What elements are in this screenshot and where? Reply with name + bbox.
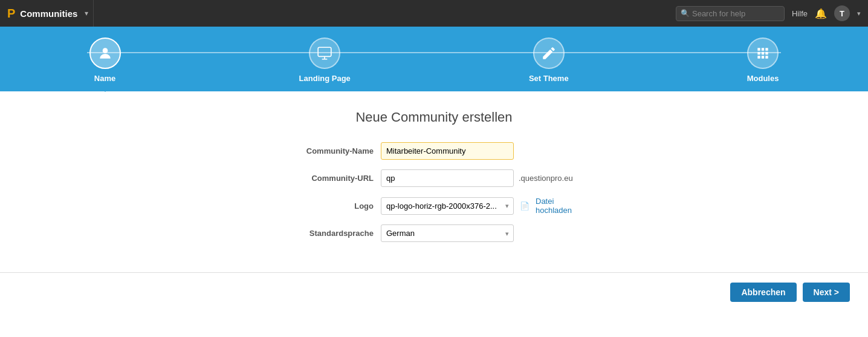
step-set-theme-icon (533, 38, 565, 69)
next-button[interactable]: Next > (803, 283, 850, 302)
footer-bar: Abbrechen Next > (0, 272, 868, 312)
standardsprache-select-wrap: German English French ▾ (381, 224, 514, 242)
url-suffix: .questionpro.eu (519, 174, 573, 183)
logo-select-wrap: qp-logo-horiz-rgb-2000x376-2.... ▾ (381, 197, 514, 215)
step-modules-label: Modules (747, 74, 779, 83)
top-nav-right: 🔍 Hilfe 🔔 T ▾ (676, 5, 861, 21)
community-url-wrap: .questionpro.eu (381, 169, 591, 187)
community-url-label: Community-URL (277, 174, 374, 183)
svg-point-0 (102, 48, 108, 53)
bell-icon[interactable]: 🔔 (815, 8, 827, 19)
form-area: Neue Community erstellen Community-Name … (0, 91, 868, 254)
upload-icon: 📄 (520, 201, 530, 211)
user-avatar[interactable]: T (834, 5, 850, 21)
wizard-step-landing-page[interactable]: Landing Page (299, 38, 351, 91)
cancel-button[interactable]: Abbrechen (730, 283, 796, 302)
search-wrapper: 🔍 (676, 6, 785, 21)
standardsprache-select[interactable]: German English French (381, 224, 514, 242)
svg-rect-1 (318, 47, 331, 56)
logo-wrap: qp-logo-horiz-rgb-2000x376-2.... ▾ 📄 Dat… (381, 197, 591, 215)
step-modules-icon (747, 38, 779, 69)
step-name-label: Name (94, 74, 115, 83)
logo-select[interactable]: qp-logo-horiz-rgb-2000x376-2.... (381, 197, 514, 215)
app-name: Communities (20, 8, 77, 19)
search-input[interactable] (676, 6, 785, 21)
community-name-label: Community-Name (277, 146, 374, 155)
user-dropdown-arrow[interactable]: ▾ (857, 10, 861, 18)
step-landing-page-label: Landing Page (299, 74, 351, 83)
top-navigation: P Communities ▾ 🔍 Hilfe 🔔 T ▾ (0, 0, 868, 27)
step-landing-page-icon (309, 38, 340, 69)
wizard-step-set-theme[interactable]: Set Theme (529, 38, 569, 91)
community-name-input[interactable] (381, 142, 514, 160)
standardsprache-label: Standardsprache (277, 229, 374, 238)
wizard-bar: Name Landing Page Set Theme (0, 27, 868, 91)
help-link[interactable]: Hilfe (792, 9, 808, 18)
upload-link[interactable]: Datei hochladen (536, 197, 591, 215)
logo-label: Logo (277, 201, 374, 211)
wizard-step-modules[interactable]: Modules (747, 38, 779, 91)
step-name-icon (89, 38, 121, 69)
form-title: Neue Community erstellen (355, 110, 512, 125)
community-url-input[interactable] (381, 169, 514, 187)
wizard-step-name[interactable]: Name (89, 38, 121, 91)
form-table: Community-Name Community-URL .questionpr… (277, 142, 591, 242)
app-logo-icon: P (7, 7, 15, 21)
app-dropdown-arrow[interactable]: ▾ (85, 9, 88, 18)
main-content: Name Landing Page Set Theme (0, 27, 868, 337)
next-button-label: Next > (814, 287, 839, 297)
step-set-theme-label: Set Theme (529, 74, 569, 83)
nav-divider (93, 0, 94, 27)
